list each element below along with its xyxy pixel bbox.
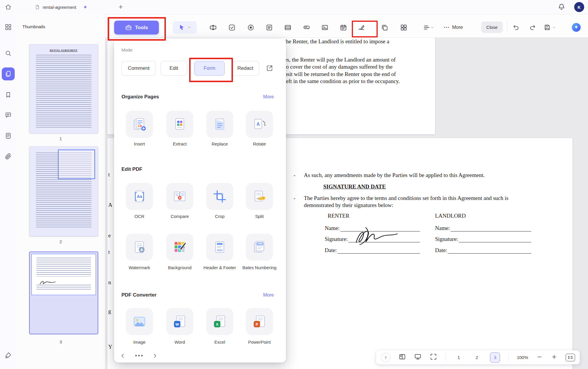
close-button[interactable]: Close [481,21,503,33]
page-thumbnail-2[interactable] [29,146,98,236]
header-footer-icon [212,239,227,255]
date-label: Date: [325,247,337,254]
page-thumbnail-3-current[interactable] [29,251,98,334]
tool-replace[interactable] [206,111,233,138]
tool-extract[interactable] [166,111,193,138]
crop-icon [212,189,227,204]
expand-panel-button[interactable] [381,353,390,362]
pen-tool-button[interactable] [4,351,12,359]
tool-background[interactable] [166,234,193,261]
tool-to-image[interactable] [126,308,153,335]
tool-to-excel[interactable]: X [206,308,233,335]
extract-icon [172,117,187,132]
layout-grid-button[interactable] [398,21,409,33]
date-field-button[interactable] [337,21,349,33]
presentation-button[interactable] [414,353,422,362]
name-label: Name: [325,225,340,231]
replace-icon [212,117,227,132]
thumbnails-panel-button[interactable] [2,67,15,80]
more-button[interactable]: More [443,21,463,33]
zoom-in-button[interactable] [551,354,557,361]
tool-to-word[interactable]: W [166,308,193,335]
tool-ocr[interactable]: Aa [126,183,153,210]
undo-button[interactable] [510,21,522,33]
add-tab-button[interactable] [118,4,124,11]
toolbar: Tools OK More Close [105,14,588,38]
document-tab[interactable]: rental-agreement [35,2,86,12]
tool-split[interactable] [246,183,273,210]
summary-icon [5,132,12,139]
menu-pages-indicator[interactable] [135,355,143,356]
chevron-down-icon [430,26,434,29]
tool-label: Excel [200,339,240,345]
list-box-field-button[interactable] [263,21,275,33]
duplicate-button[interactable] [379,21,390,33]
attachments-icon [5,153,12,160]
thumbnail-page-number: 1 [16,136,105,141]
redo-button[interactable] [527,21,538,33]
tool-crop[interactable] [206,183,233,210]
clipped-text-fragment: Y [108,344,112,350]
radio-field-button[interactable] [245,21,256,33]
organize-pages-more-link[interactable]: More [263,94,274,100]
text-field-button[interactable] [207,21,219,33]
mode-edit-button[interactable]: Edit [161,61,187,76]
mode-redact-button[interactable]: Redact [231,61,259,76]
avatar[interactable]: K [574,2,584,12]
bates-numbering-icon: 000123 [252,239,267,255]
zoom-out-button[interactable] [536,354,543,361]
mode-comment-button[interactable]: Comment [121,61,156,76]
attachments-button[interactable] [4,152,12,160]
bookmarks-button[interactable] [4,91,12,99]
ai-assistant-button[interactable] [570,21,582,33]
pdf-converter-more-link[interactable]: More [263,292,274,298]
terms-line-2: demonstrated by their signatures below: [304,202,393,209]
push-button-field-button[interactable]: OK [301,21,312,33]
reading-view-button[interactable] [399,353,406,362]
align-button[interactable] [420,21,437,33]
tool-label: PowerPoint [239,339,279,345]
fit-page-button[interactable] [430,353,437,362]
comments-button[interactable] [4,111,12,119]
annotation-box-signature-field [352,21,378,37]
tool-bates-numbering[interactable]: 000123 [246,234,273,261]
annotation-box-tools [108,17,166,41]
tool-to-powerpoint[interactable]: P [246,308,273,335]
summary-button[interactable] [4,132,12,140]
home-button[interactable] [5,4,12,12]
viewport-indicator[interactable] [58,150,95,179]
tool-rotate[interactable]: A [246,111,273,138]
save-button[interactable] [544,21,556,33]
tool-label: Compare [160,214,200,219]
clipped-text-fragment: g [108,308,111,315]
search-button[interactable] [4,49,12,57]
tool-compare[interactable] [166,183,193,210]
page-button-1[interactable]: 1 [454,353,464,363]
reading-view-icon [399,353,406,360]
page-button-3[interactable]: 3 [490,353,500,363]
page-thumbnail-1[interactable]: RENTAL AGREEMENT [29,44,98,133]
tool-insert[interactable] [126,111,153,138]
image-field-button[interactable] [319,21,331,33]
notification-bell-icon [558,3,565,11]
combo-box-field-button[interactable] [282,21,294,33]
tool-label: Extract [160,141,200,147]
checkbox-field-button[interactable] [226,21,238,33]
dot [141,355,143,356]
apps-grid-icon [5,24,12,31]
tool-header-footer[interactable] [206,234,233,261]
checkbox-field-icon [228,24,236,31]
open-in-window-button[interactable] [266,64,273,73]
ocr-icon: Aa [132,189,147,204]
actual-size-button[interactable]: 1:1 [566,354,575,361]
tool-watermark[interactable] [126,234,153,261]
menu-next-button[interactable] [152,353,158,360]
page-button-2[interactable]: 2 [472,353,482,363]
section-title-edit-pdf: Edit PDF [121,166,142,172]
zoom-level[interactable]: 100% [517,355,528,360]
menu-prev-button[interactable] [119,353,126,360]
notifications-button[interactable] [558,3,565,12]
apps-grid-button[interactable] [4,23,12,31]
viewport-indicator[interactable] [31,254,96,295]
select-tool-group[interactable] [173,21,197,34]
